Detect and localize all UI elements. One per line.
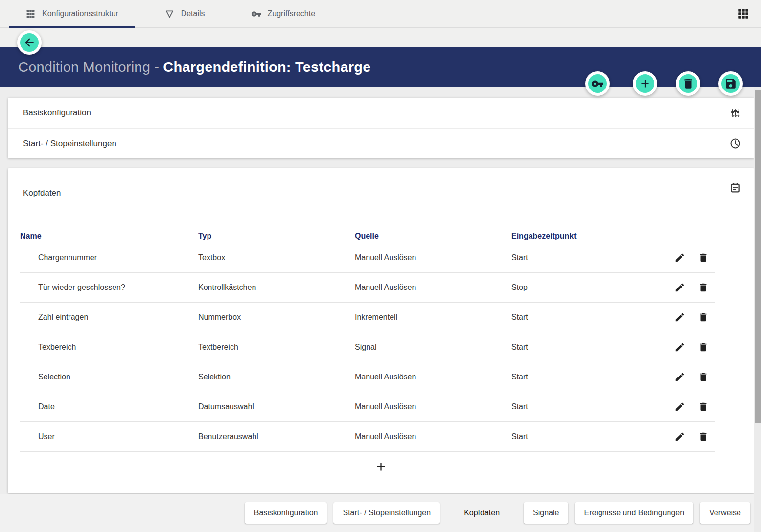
edit-row-button[interactable] xyxy=(668,246,692,269)
pencil-icon xyxy=(674,282,685,293)
section-label: Basiskonfiguration xyxy=(23,108,91,118)
edit-row-button[interactable] xyxy=(668,335,692,359)
cell-typ: Selektion xyxy=(198,373,355,381)
accordion-card: Basiskonfiguration Start- / Stopeinstell… xyxy=(8,98,754,158)
key-icon xyxy=(591,77,604,90)
plus-icon xyxy=(639,77,651,90)
cell-quelle: Manuell Auslösen xyxy=(355,253,511,262)
tab-label: Zugriffsrechte xyxy=(268,9,316,18)
tabbar-right xyxy=(737,0,761,27)
cell-quelle: Signal xyxy=(355,343,511,352)
table-row: Texbereich Textbereich Signal Start xyxy=(20,332,715,362)
bottom-section-bar: Basiskonfiguration Start- / Stopeinstell… xyxy=(0,494,761,532)
cell-eingabezeitpunkt: Start xyxy=(511,253,668,262)
header-gap xyxy=(0,28,761,47)
cell-name: Selection xyxy=(20,373,198,381)
tune-icon xyxy=(729,107,741,119)
table-row: Date Datumsauswahl Manuell Auslösen Star… xyxy=(20,392,715,422)
tab-label: Details xyxy=(181,9,205,18)
bottom-section-button[interactable]: Kopfdaten xyxy=(455,502,509,524)
cell-quelle: Manuell Auslösen xyxy=(355,432,511,441)
cell-eingabezeitpunkt: Start xyxy=(511,313,668,322)
cell-eingabezeitpunkt: Start xyxy=(511,402,668,411)
title-main: Chargendefinition: Testcharge xyxy=(163,59,370,75)
cell-typ: Textbox xyxy=(198,253,355,262)
cell-name: Texbereich xyxy=(20,343,198,352)
back-button[interactable] xyxy=(17,30,42,55)
bottom-section-button[interactable]: Ereignisse und Bedingungen xyxy=(575,502,693,524)
column-header-quelle: Quelle xyxy=(355,232,511,241)
section-row-start-stop[interactable]: Start- / Stopeinstellungen xyxy=(8,128,754,158)
bottom-section-button[interactable]: Basiskonfiguration xyxy=(245,502,327,524)
cell-name: Tür wieder geschlossen? xyxy=(20,283,198,292)
kopfdaten-card: Kopfdaten Name Typ Quelle Eingabezeitpun… xyxy=(8,168,754,493)
tab-label: Konfigurationsstruktur xyxy=(42,9,118,18)
column-header-typ: Typ xyxy=(198,232,355,241)
delete-row-button[interactable] xyxy=(692,395,715,419)
delete-row-button[interactable] xyxy=(692,276,715,299)
delete-row-button[interactable] xyxy=(692,425,715,448)
trash-icon xyxy=(698,282,709,293)
cell-eingabezeitpunkt: Start xyxy=(511,343,668,352)
add-row-button[interactable] xyxy=(20,452,742,482)
column-header-name: Name xyxy=(20,232,198,241)
cell-typ: Nummerbox xyxy=(198,313,355,322)
cell-name: Zahl eintragen xyxy=(20,313,198,322)
permissions-button[interactable] xyxy=(585,71,610,96)
title-prefix: Condition Monitoring - xyxy=(18,59,163,75)
top-tab-bar: Konfigurationsstruktur Details Zugriffsr… xyxy=(0,0,761,28)
pencil-icon xyxy=(674,431,685,442)
bottom-section-button[interactable]: Verweise xyxy=(700,502,750,524)
kopfdaten-header: Kopfdaten xyxy=(8,168,754,229)
cell-quelle: Inkrementell xyxy=(355,313,511,322)
bottom-section-button[interactable]: Signale xyxy=(524,502,568,524)
edit-row-button[interactable] xyxy=(668,276,692,299)
delete-row-button[interactable] xyxy=(692,306,715,329)
calendar-icon[interactable] xyxy=(729,182,741,194)
trash-icon xyxy=(698,431,709,442)
grid-icon xyxy=(25,9,36,19)
delete-button[interactable] xyxy=(676,71,700,96)
tab-konfigurationsstruktur[interactable]: Konfigurationsstruktur xyxy=(9,0,135,27)
cell-name: Chargennummer xyxy=(20,253,198,262)
edit-row-button[interactable] xyxy=(668,395,692,419)
cell-quelle: Manuell Auslösen xyxy=(355,402,511,411)
section-label: Kopfdaten xyxy=(23,182,61,198)
cell-quelle: Manuell Auslösen xyxy=(355,283,511,292)
page-title: Condition Monitoring - Chargendefinition… xyxy=(18,59,371,75)
section-row-basiskonfiguration[interactable]: Basiskonfiguration xyxy=(8,98,754,128)
cell-quelle: Manuell Auslösen xyxy=(355,373,511,381)
trash-icon xyxy=(698,401,709,412)
filter-icon xyxy=(164,9,175,19)
pencil-icon xyxy=(674,312,685,323)
table-header-row: Name Typ Quelle Eingabezeitpunkt xyxy=(20,229,715,243)
edit-row-button[interactable] xyxy=(668,306,692,329)
clock-icon xyxy=(729,137,741,150)
edit-row-button[interactable] xyxy=(668,425,692,448)
arrow-left-icon xyxy=(23,36,36,49)
cell-typ: Datumsauswahl xyxy=(198,402,355,411)
pencil-icon xyxy=(674,401,685,412)
tab-zugriffsrechte[interactable]: Zugriffsrechte xyxy=(235,0,332,27)
apps-grid-icon[interactable] xyxy=(737,7,750,20)
column-header-eingabezeitpunkt: Eingabezeitpunkt xyxy=(511,232,668,241)
pencil-icon xyxy=(674,342,685,353)
trash-icon xyxy=(698,342,709,353)
scrollbar-thumb[interactable] xyxy=(755,90,761,423)
add-button[interactable] xyxy=(633,71,657,96)
save-button[interactable] xyxy=(718,71,743,96)
bottom-section-button[interactable]: Start- / Stopeinstellungen xyxy=(333,502,440,524)
cell-typ: Benutzerauswahl xyxy=(198,432,355,441)
trash-icon xyxy=(698,312,709,323)
save-icon xyxy=(724,77,737,90)
page: Konfigurationsstruktur Details Zugriffsr… xyxy=(0,0,761,532)
delete-row-button[interactable] xyxy=(692,365,715,389)
cell-name: User xyxy=(20,432,198,441)
delete-row-button[interactable] xyxy=(692,246,715,269)
cell-eingabezeitpunkt: Start xyxy=(511,373,668,381)
tab-details[interactable]: Details xyxy=(148,0,221,27)
delete-row-button[interactable] xyxy=(692,335,715,359)
edit-row-button[interactable] xyxy=(668,365,692,389)
table-row: Zahl eintragen Nummerbox Inkrementell St… xyxy=(20,303,715,332)
table-row: Tür wieder geschlossen? Kontrollkästchen… xyxy=(20,273,715,303)
